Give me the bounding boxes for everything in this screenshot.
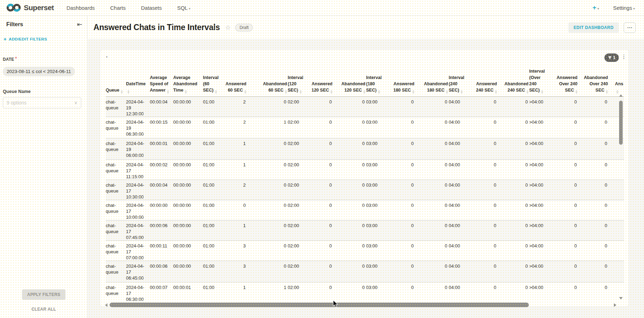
table-cell: 0 bbox=[333, 138, 366, 160]
table-cell: 0 bbox=[225, 200, 247, 221]
sort-icon[interactable] bbox=[215, 90, 217, 94]
collapse-sidebar-icon[interactable]: ⇤ bbox=[77, 21, 82, 28]
sort-icon[interactable] bbox=[378, 90, 380, 94]
sort-icon[interactable] bbox=[127, 90, 130, 94]
queue-name-select[interactable]: 9 options ∨ bbox=[3, 97, 81, 108]
column-header-average-abandoned-time[interactable]: Average Abandoned Time bbox=[173, 68, 203, 97]
vscroll-down-arrow-icon[interactable] bbox=[619, 297, 623, 299]
table-cell: 0 bbox=[247, 200, 288, 221]
nav-item-dashboards[interactable]: Dashboards bbox=[66, 5, 95, 11]
table-cell: 0 bbox=[388, 261, 415, 282]
table-cell: 0 bbox=[552, 160, 578, 180]
table-cell: 02:00 bbox=[288, 160, 309, 180]
applied-filter-count-badge[interactable]: 1 bbox=[604, 53, 619, 62]
table-cell: 0 bbox=[333, 180, 366, 200]
sort-icon[interactable] bbox=[300, 90, 302, 94]
column-header-interval-240-sec-[interactable]: Interval (240 SEC) bbox=[449, 68, 470, 97]
nav-item-sql[interactable]: SQL▾ bbox=[177, 5, 190, 11]
column-header-abandoned-over-240-sec[interactable]: Abandoned Over 240 SEC bbox=[578, 68, 609, 97]
edit-dashboard-button[interactable]: EDIT DASHBOARD bbox=[568, 22, 619, 33]
column-header-average-speed-of-answer[interactable]: Average Speed of Answer bbox=[150, 68, 173, 97]
table-cell: 02:00 bbox=[288, 138, 309, 160]
table-cell bbox=[609, 160, 624, 180]
sort-icon[interactable] bbox=[446, 90, 448, 94]
funnel-icon bbox=[608, 56, 612, 60]
new-item-button[interactable]: +▾ bbox=[593, 4, 599, 11]
table-cell: 00:00:01 bbox=[173, 282, 203, 302]
settings-menu[interactable]: Settings▾ bbox=[613, 5, 635, 11]
caret-down-icon: ▾ bbox=[633, 7, 635, 10]
sort-icon[interactable] bbox=[616, 90, 618, 94]
table-cell: 0 bbox=[333, 117, 366, 138]
table-cell: 0 bbox=[578, 282, 609, 302]
horizontal-scrollbar-thumb[interactable] bbox=[110, 303, 529, 307]
table-cell: 2024-04- 17 10:30:00 bbox=[126, 180, 150, 200]
sort-icon[interactable] bbox=[285, 90, 287, 94]
sort-icon[interactable] bbox=[330, 90, 332, 94]
table-cell: chat-queue bbox=[106, 117, 126, 138]
table-cell: 0 bbox=[309, 117, 333, 138]
table-cell: 2024-04- 17 07:45:00 bbox=[126, 221, 150, 241]
table-cell: chat-queue bbox=[106, 282, 126, 302]
sort-icon[interactable] bbox=[606, 90, 608, 94]
sort-icon[interactable] bbox=[461, 90, 463, 94]
dashboard-body: . 1 ⋮ QueueDateTimeAverage Speed of Answ… bbox=[88, 40, 644, 318]
more-options-button[interactable]: ⋯ bbox=[624, 22, 636, 33]
table-cell: 1 bbox=[225, 221, 247, 241]
vscroll-up-arrow-icon[interactable] bbox=[619, 94, 623, 97]
nav-item-datasets[interactable]: Datasets bbox=[141, 5, 162, 11]
table-cell: 2 bbox=[225, 117, 247, 138]
sort-icon[interactable] bbox=[167, 90, 169, 94]
column-header-datetime[interactable]: DateTime bbox=[126, 68, 150, 97]
table-cell: 04:00 bbox=[449, 160, 470, 180]
column-header-abandoned-60-sec[interactable]: Abandoned 60 SEC bbox=[247, 68, 288, 97]
sort-icon[interactable] bbox=[412, 90, 414, 94]
column-label: Answered 60 SEC bbox=[225, 81, 246, 93]
column-header-ans[interactable]: Ans bbox=[609, 68, 624, 97]
date-filter-value[interactable]: 2023-08-11 ≤ col < 2024-06-11 bbox=[3, 67, 75, 76]
column-header-interval-60-sec-[interactable]: Interval (60 SEC) bbox=[203, 68, 225, 97]
column-header-queue[interactable]: Queue bbox=[106, 68, 126, 97]
nav-item-charts[interactable]: Charts bbox=[110, 5, 126, 11]
table-cell: 01:00 bbox=[203, 200, 225, 221]
column-header-answered-60-sec[interactable]: Answered 60 SEC bbox=[225, 68, 247, 97]
table-cell: >04:00 bbox=[529, 117, 552, 138]
sort-icon[interactable] bbox=[363, 90, 365, 94]
nav-right: +▾ Settings▾ bbox=[593, 4, 635, 11]
sort-icon[interactable] bbox=[575, 90, 578, 94]
sort-icon[interactable] bbox=[541, 90, 543, 94]
table-cell: 0 bbox=[498, 241, 529, 261]
vertical-scrollbar-thumb[interactable] bbox=[619, 101, 623, 145]
apply-filters-button[interactable]: APPLY FILTERS bbox=[22, 289, 65, 300]
sort-icon[interactable] bbox=[526, 90, 528, 94]
sort-icon[interactable] bbox=[495, 90, 497, 94]
nav-items: Dashboards Charts Datasets SQL▾ bbox=[66, 5, 190, 11]
column-header-interval-over-240-sec-[interactable]: Interval (Over 240 SEC) bbox=[529, 68, 552, 97]
sort-icon[interactable] bbox=[244, 90, 246, 94]
table-cell: 0 bbox=[470, 282, 498, 302]
column-header-abandoned-120-sec[interactable]: Abandoned 120 SEC bbox=[333, 68, 366, 97]
column-header-answered-120-sec[interactable]: Answered 120 SEC bbox=[309, 68, 333, 97]
table-cell: 00:00:02 bbox=[150, 160, 173, 180]
table-cell: 04:00 bbox=[449, 282, 470, 302]
column-header-answered-over-240-sec[interactable]: Answered Over 240 SEC bbox=[552, 68, 578, 97]
column-header-answered-180-sec[interactable]: Answered 180 SEC bbox=[388, 68, 415, 97]
table-cell: 03:00 bbox=[366, 282, 388, 302]
sort-icon[interactable] bbox=[185, 90, 187, 94]
hscroll-left-arrow-icon[interactable] bbox=[105, 303, 107, 307]
chart-kebab-menu-icon[interactable]: ⋮ bbox=[621, 54, 626, 60]
favorite-star-icon[interactable]: ☆ bbox=[225, 24, 231, 31]
clear-all-button[interactable]: CLEAR ALL bbox=[0, 307, 88, 312]
sort-icon[interactable] bbox=[121, 90, 123, 94]
table-cell: 0 bbox=[578, 160, 609, 180]
table-cell: 04:00 bbox=[449, 221, 470, 241]
column-header-abandoned-240-sec[interactable]: Abandoned 240 SEC bbox=[498, 68, 529, 97]
column-header-abandoned-180-sec[interactable]: Abandoned 180 SEC bbox=[415, 68, 449, 97]
column-header-answered-240-sec[interactable]: Answered 240 SEC bbox=[470, 68, 498, 97]
add-edit-filters-button[interactable]: + ADD/EDIT FILTERS bbox=[4, 36, 87, 42]
chart-title: . bbox=[106, 52, 107, 58]
column-header-interval-120-sec-[interactable]: Interval (120 SEC) bbox=[288, 68, 309, 97]
column-header-interval-180-sec-[interactable]: Interval (180 SEC) bbox=[366, 68, 388, 97]
superset-logo[interactable]: Superset bbox=[6, 3, 54, 12]
hscroll-right-arrow-icon[interactable] bbox=[614, 303, 616, 307]
